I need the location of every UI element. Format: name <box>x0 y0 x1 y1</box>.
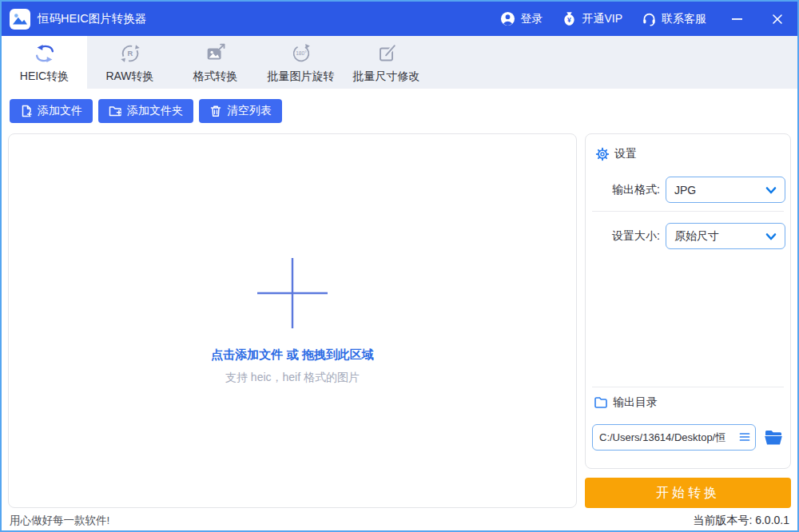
tab-bar: HEIC转换 R RAW转换 格式转换 <box>2 36 797 89</box>
dropzone-primary-text: 点击添加文件 或 拖拽到此区域 <box>211 347 373 363</box>
clear-list-button[interactable]: 清空列表 <box>199 99 282 123</box>
raw-refresh-icon: R <box>118 42 142 66</box>
add-folder-label: 添加文件夹 <box>127 104 183 118</box>
chevron-down-icon <box>765 230 777 243</box>
svg-text:R: R <box>127 50 133 58</box>
contact-support-button[interactable]: 联系客服 <box>642 11 706 26</box>
login-label: 登录 <box>520 12 543 26</box>
tab-label: HEIC转换 <box>20 69 69 84</box>
output-path-input[interactable] <box>592 424 756 451</box>
close-icon <box>771 13 784 26</box>
output-format-value: JPG <box>674 184 696 197</box>
output-format-label: 输出格式: <box>612 183 660 197</box>
divider <box>592 387 784 387</box>
size-setting-row: 设置大小: 原始尺寸 <box>612 223 785 249</box>
close-button[interactable] <box>769 10 786 28</box>
clear-list-label: 清空列表 <box>227 104 272 118</box>
output-format-row: 输出格式: JPG <box>612 177 785 203</box>
tab-label: 批量尺寸修改 <box>353 69 420 84</box>
start-convert-button[interactable]: 开始转换 <box>585 478 791 508</box>
headset-icon <box>642 11 657 26</box>
settings-header: 设置 <box>595 147 637 161</box>
window-title: 恒码HEIC图片转换器 <box>38 11 481 26</box>
version-label: 当前版本号: <box>693 514 752 526</box>
vip-moneybag-icon: ¥ <box>562 11 577 26</box>
size-label: 设置大小: <box>612 229 660 244</box>
tab-label: 格式转换 <box>193 69 238 84</box>
toolbar: 添加文件 添加文件夹 清空列表 <box>2 89 797 133</box>
file-drop-zone[interactable]: 点击添加文件 或 拖拽到此区域 支持 heic，heif 格式的图片 <box>8 133 577 508</box>
size-select[interactable]: 原始尺寸 <box>666 223 785 249</box>
folder-filled-icon <box>764 429 783 447</box>
add-file-button[interactable]: 添加文件 <box>10 99 93 123</box>
folder-plus-icon <box>109 105 122 117</box>
path-menu-icon[interactable] <box>739 431 750 443</box>
svg-text:¥: ¥ <box>568 16 572 24</box>
tab-format-convert[interactable]: 格式转换 <box>173 36 258 89</box>
minimize-button[interactable] <box>729 10 746 28</box>
plus-icon <box>256 256 329 330</box>
tab-batch-rotate[interactable]: 180° 批量图片旋转 <box>258 36 344 89</box>
app-logo-icon <box>10 9 30 30</box>
image-convert-icon <box>204 42 228 66</box>
status-bar: 用心做好每一款软件! 当前版本号: 6.0.0.1 <box>2 510 797 530</box>
resize-edit-icon <box>375 42 399 66</box>
login-button[interactable]: 登录 <box>500 11 543 26</box>
output-path-row <box>592 424 785 451</box>
title-bar: 恒码HEIC图片转换器 登录 ¥ 开通VIP 联系客服 <box>2 2 797 36</box>
add-file-label: 添加文件 <box>38 104 82 118</box>
support-label: 联系客服 <box>662 12 706 26</box>
vip-label: 开通VIP <box>582 12 622 26</box>
size-value: 原始尺寸 <box>674 229 719 244</box>
output-dir-header: 输出目录 <box>594 395 658 410</box>
file-plus-icon <box>20 105 33 117</box>
folder-outline-icon <box>594 395 608 410</box>
user-icon <box>500 11 515 26</box>
output-format-select[interactable]: JPG <box>666 177 785 203</box>
svg-text:180°: 180° <box>296 50 307 56</box>
gear-icon <box>595 147 610 161</box>
rotate-180-icon: 180° <box>289 42 313 66</box>
tab-label: 批量图片旋转 <box>268 69 335 84</box>
tab-raw-convert[interactable]: R RAW转换 <box>87 36 173 89</box>
dropzone-secondary-text: 支持 heic，heif 格式的图片 <box>225 371 360 385</box>
browse-folder-button[interactable] <box>762 426 785 450</box>
chevron-down-icon <box>765 184 777 197</box>
footer-slogan: 用心做好每一款软件! <box>10 514 109 528</box>
add-folder-button[interactable]: 添加文件夹 <box>98 99 193 123</box>
path-input-wrap <box>592 424 756 451</box>
swap-arrows-icon <box>33 42 57 66</box>
settings-title: 设置 <box>614 147 637 161</box>
version-value: 6.0.0.1 <box>755 514 789 526</box>
output-dir-title: 输出目录 <box>613 395 658 410</box>
tab-label: RAW转换 <box>105 69 153 84</box>
divider <box>592 211 784 212</box>
app-window: 恒码HEIC图片转换器 登录 ¥ 开通VIP 联系客服 <box>0 0 799 532</box>
tab-heic-convert[interactable]: HEIC转换 <box>2 36 87 89</box>
minimize-icon <box>732 14 743 25</box>
settings-panel: 设置 输出格式: JPG 设置大小: 原始尺寸 <box>585 133 791 469</box>
version-text: 当前版本号: 6.0.0.1 <box>693 514 789 528</box>
tab-batch-resize[interactable]: 批量尺寸修改 <box>344 36 429 89</box>
vip-button[interactable]: ¥ 开通VIP <box>562 11 622 26</box>
trash-icon <box>209 105 222 117</box>
